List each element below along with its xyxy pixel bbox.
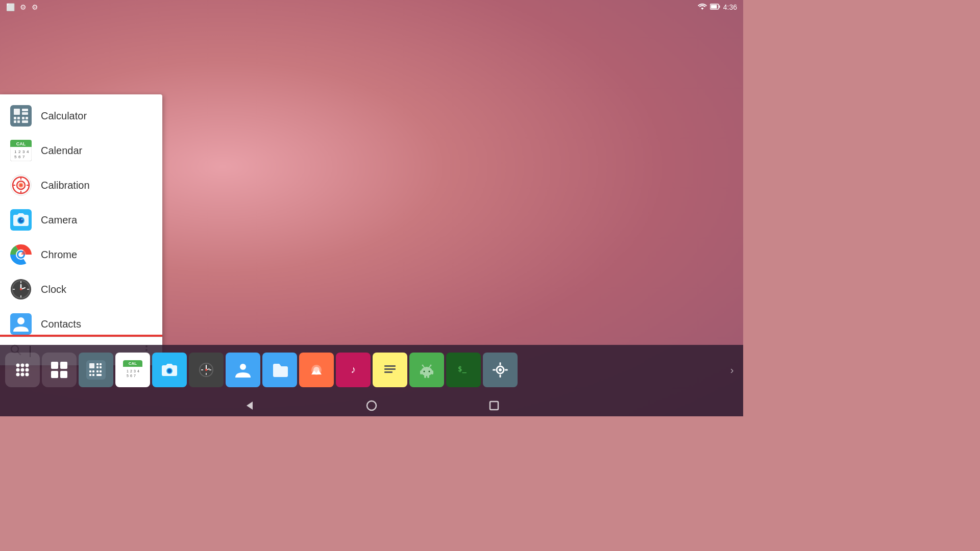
- usb2-icon: ⚙: [32, 3, 38, 11]
- taskbar-clock[interactable]: [189, 353, 224, 387]
- svg-rect-92: [92, 370, 94, 372]
- taskbar-contacts[interactable]: [226, 353, 260, 387]
- svg-point-72: [16, 364, 20, 367]
- camera-icon: [10, 209, 32, 231]
- wifi-icon: [698, 3, 707, 12]
- svg-point-137: [429, 371, 430, 372]
- svg-rect-7: [14, 117, 16, 119]
- svg-point-33: [18, 183, 23, 188]
- svg-point-141: [430, 365, 432, 366]
- calibration-icon: [10, 174, 32, 196]
- clock-label: Clock: [41, 284, 66, 295]
- svg-rect-97: [96, 374, 102, 376]
- svg-text:3: 3: [22, 149, 25, 154]
- calendar-label: Calendar: [41, 145, 82, 157]
- svg-point-76: [21, 368, 24, 372]
- svg-rect-1: [719, 5, 720, 8]
- app-item-calibration[interactable]: Calibration: [0, 168, 162, 203]
- svg-rect-5: [22, 109, 28, 111]
- svg-rect-86: [89, 363, 94, 368]
- nav-back-button[interactable]: [239, 398, 259, 413]
- svg-rect-89: [96, 366, 99, 368]
- svg-text:3: 3: [134, 369, 136, 373]
- svg-rect-82: [60, 362, 67, 369]
- svg-text:4: 4: [27, 149, 29, 154]
- svg-point-51: [20, 288, 22, 290]
- app-item-chrome[interactable]: Chrome: [0, 237, 162, 272]
- svg-rect-2: [710, 5, 717, 8]
- svg-rect-133: [384, 371, 393, 373]
- app-item-clock[interactable]: Clock: [0, 272, 162, 307]
- svg-point-150: [499, 368, 502, 371]
- taskbar-music[interactable]: ♪: [336, 353, 371, 387]
- calculator-icon: [10, 105, 32, 127]
- svg-point-53: [17, 317, 24, 324]
- svg-text:CAL: CAL: [129, 361, 137, 366]
- svg-point-111: [167, 369, 172, 373]
- taskbar: CAL 1 2 3 4 5 6 7: [0, 345, 743, 395]
- calibration-label: Calibration: [41, 180, 90, 191]
- taskbar-photos[interactable]: [299, 353, 334, 387]
- svg-text:7: 7: [134, 374, 136, 378]
- svg-rect-152: [500, 374, 501, 378]
- svg-point-78: [16, 373, 20, 377]
- svg-point-156: [367, 401, 376, 410]
- svg-rect-4: [14, 109, 20, 115]
- svg-rect-157: [490, 402, 498, 410]
- taskbar-arrow[interactable]: ›: [726, 364, 738, 376]
- contacts-label: Contacts: [41, 318, 81, 330]
- svg-text:7: 7: [22, 155, 25, 159]
- svg-text:5: 5: [127, 374, 129, 378]
- app-item-camera[interactable]: Camera: [0, 203, 162, 237]
- svg-text:$_: $_: [458, 365, 467, 373]
- svg-point-79: [21, 373, 24, 377]
- taskbar-files[interactable]: [262, 353, 297, 387]
- svg-point-77: [26, 368, 29, 372]
- taskbar-calculator[interactable]: [79, 353, 113, 387]
- svg-point-36: [18, 218, 23, 223]
- taskbar-notes[interactable]: [373, 353, 407, 387]
- svg-rect-81: [51, 362, 58, 369]
- svg-rect-154: [505, 369, 508, 371]
- svg-text:1: 1: [127, 369, 129, 373]
- chrome-icon: [10, 244, 32, 265]
- svg-rect-96: [92, 374, 94, 376]
- svg-point-80: [26, 373, 29, 377]
- svg-rect-153: [493, 369, 496, 371]
- svg-rect-87: [96, 363, 99, 365]
- app-list: Calculator CAL 1 2 3 4 5 6 7 Cale: [0, 94, 162, 335]
- app-item-calendar[interactable]: CAL 1 2 3 4 5 6 7 Calendar: [0, 133, 162, 168]
- svg-rect-95: [89, 374, 91, 376]
- svg-text:5: 5: [14, 155, 17, 159]
- camera-label: Camera: [41, 214, 77, 226]
- taskbar-settings[interactable]: [483, 353, 518, 387]
- svg-text:6: 6: [130, 374, 132, 378]
- svg-rect-10: [26, 117, 28, 119]
- chrome-label: Chrome: [41, 249, 77, 261]
- taskbar-allapps[interactable]: [5, 353, 40, 387]
- nav-bar: [0, 395, 743, 416]
- taskbar-calendar[interactable]: CAL 1 2 3 4 5 6 7: [115, 353, 150, 387]
- svg-rect-94: [100, 370, 102, 372]
- svg-point-37: [21, 219, 23, 220]
- app-drawer: Calculator CAL 1 2 3 4 5 6 7 Cale: [0, 94, 162, 365]
- taskbar-dashboard[interactable]: [42, 353, 77, 387]
- svg-text:4: 4: [137, 369, 139, 373]
- svg-rect-12: [17, 120, 20, 123]
- svg-point-140: [422, 365, 424, 366]
- taskbar-camera[interactable]: [152, 353, 187, 387]
- svg-rect-131: [384, 365, 396, 367]
- usb-icon: ⚙: [20, 3, 27, 11]
- nav-recents-button[interactable]: [484, 398, 504, 413]
- svg-rect-83: [51, 371, 58, 378]
- app-item-calculator[interactable]: Calculator: [0, 98, 162, 133]
- svg-rect-143: [431, 370, 433, 374]
- screen-icon: ⬜: [6, 3, 15, 11]
- svg-rect-151: [500, 362, 501, 365]
- calendar-icon: CAL 1 2 3 4 5 6 7: [10, 140, 32, 161]
- app-item-contacts[interactable]: Contacts: [0, 307, 162, 335]
- taskbar-android[interactable]: [409, 353, 444, 387]
- taskbar-terminal[interactable]: $_: [446, 353, 481, 387]
- svg-rect-6: [22, 112, 28, 115]
- nav-home-button[interactable]: [361, 398, 382, 413]
